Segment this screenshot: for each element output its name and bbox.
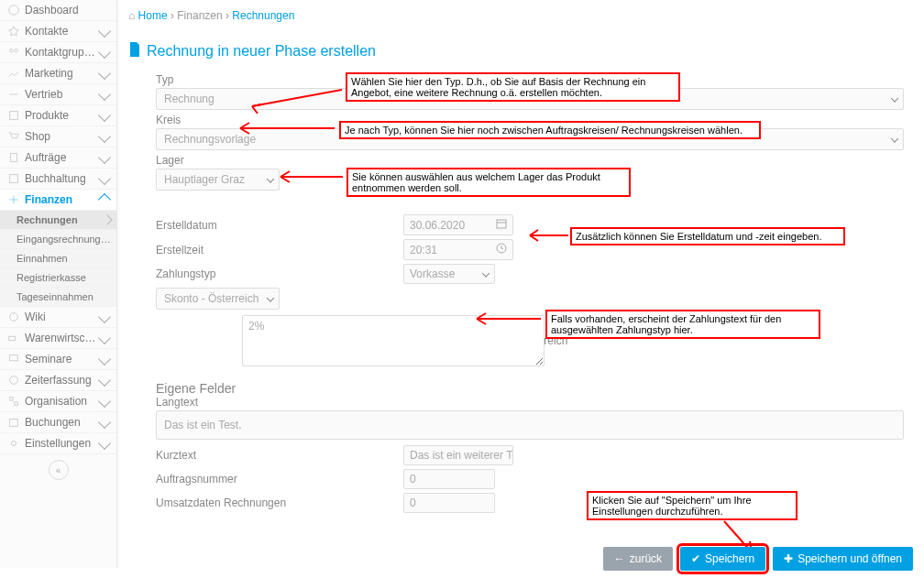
check-icon: ✔ [691, 552, 700, 565]
annotation-kreis: Je nach Typ, können Sie hier noch zwisch… [339, 121, 761, 139]
breadcrumb-sec2[interactable]: Rechnungen [232, 9, 294, 22]
svg-point-2 [15, 49, 18, 53]
svg-point-6 [10, 313, 18, 322]
org-icon [7, 395, 20, 408]
breadcrumb: ⌂ Home › Finanzen › Rechnungen [128, 9, 904, 22]
annotation-zahlungstext: Falls vorhanden, erscheint der Zahlungst… [545, 310, 820, 339]
sidebar-item-marketing[interactable]: Marketing [0, 63, 116, 84]
svg-rect-8 [10, 355, 18, 361]
arrow-icon [468, 311, 541, 330]
arrow-left-icon: ← [614, 552, 625, 565]
breadcrumb-sec1: Finanzen [177, 9, 222, 22]
truck-icon [7, 332, 20, 344]
erstellzeit-label: Erstellzeit [156, 244, 403, 256]
svg-rect-5 [10, 175, 18, 183]
handshake-icon [7, 88, 20, 101]
langtext-label: Langtext [156, 396, 904, 409]
svg-rect-10 [10, 398, 14, 401]
svg-rect-11 [15, 402, 18, 406]
sidebar-sub-rechnungen[interactable]: Rechnungen [0, 211, 116, 230]
collapse-sidebar-button[interactable]: « [49, 460, 69, 480]
kurztext-input[interactable]: Das ist ein weiterer Test [403, 445, 513, 465]
lager-label: Lager [156, 154, 904, 167]
sidebar-item-seminare[interactable]: Seminare [0, 349, 116, 370]
star-icon [7, 25, 20, 38]
gear-icon [7, 437, 20, 450]
auftragsnummer-label: Auftragsnummer [156, 473, 403, 485]
lager-select[interactable]: Hauptlager Graz [156, 169, 280, 191]
svg-point-1 [10, 49, 14, 53]
erstelldatum-input[interactable]: 30.06.2020 [403, 214, 513, 235]
back-button[interactable]: ←zurück [603, 547, 673, 568]
umsatzdaten-input[interactable]: 0 [403, 493, 495, 513]
sidebar-item-kontaktgruppen[interactable]: Kontaktgruppen [0, 42, 116, 63]
sidebar-item-auftraege[interactable]: Aufträge [0, 147, 116, 169]
clock-icon [496, 243, 507, 256]
eigene-felder-heading: Eigene Felder [156, 381, 904, 396]
sidebar-sub-registrierkasse[interactable]: Registrierkasse [0, 268, 116, 288]
arrow-icon [522, 228, 570, 246]
globe-icon [7, 311, 20, 323]
svg-point-13 [11, 441, 16, 445]
arrow-icon [241, 86, 342, 114]
erstellzeit-input[interactable]: 20:31 [403, 239, 513, 260]
sidebar-item-warenwirtschaft[interactable]: Warenwirtschaft [0, 328, 116, 349]
erstelldatum-label: Erstelldatum [156, 219, 403, 232]
langtext-input[interactable]: Das ist ein Test. [156, 410, 904, 440]
svg-rect-3 [10, 112, 18, 120]
svg-rect-4 [11, 154, 17, 162]
sidebar-sub-einnahmen[interactable]: Einnahmen [0, 249, 116, 268]
svg-line-17 [252, 90, 342, 106]
plus-icon: ✚ [784, 552, 793, 565]
zahlungstyp-label: Zahlungstyp [156, 267, 403, 280]
file-icon [128, 42, 141, 60]
kurztext-label: Kurztext [156, 449, 403, 462]
group-icon [7, 46, 20, 59]
sidebar-item-zeiterfassung[interactable]: Zeiterfassung [0, 370, 116, 391]
svg-rect-14 [497, 220, 506, 228]
sidebar-item-buchungen[interactable]: Buchungen [0, 412, 116, 433]
sidebar-sub-eingangsrechnungen[interactable]: Eingangsrechnungen [0, 230, 116, 249]
sidebar-item-einstellungen[interactable]: Einstellungen [0, 433, 116, 454]
arrow-icon [270, 169, 343, 188]
svg-point-0 [9, 5, 19, 16]
page-title: Rechnung in neuer Phase erstellen [128, 42, 904, 60]
box-icon [7, 109, 20, 122]
skonto-select[interactable]: Skonto - Österreich [156, 288, 280, 310]
breadcrumb-home[interactable]: Home [138, 9, 168, 22]
money-icon [7, 193, 20, 206]
cart-icon [7, 130, 20, 143]
sidebar-item-buchhaltung[interactable]: Buchhaltung [0, 169, 116, 190]
svg-rect-7 [9, 336, 16, 340]
annotation-datum: Zusätzlich können Sie Erstelldatum und -… [570, 227, 845, 245]
clipboard-icon [7, 151, 20, 164]
sidebar-sub-tageseinnahmen[interactable]: Tageseinnahmen [0, 288, 116, 307]
save-open-button[interactable]: ✚Speichern und öffnen [773, 547, 913, 568]
svg-point-9 [10, 376, 18, 385]
svg-rect-12 [10, 420, 18, 427]
annotation-speichern: Klicken Sie auf "Speichern" um Ihre Eins… [587, 491, 798, 520]
sidebar-item-produkte[interactable]: Produkte [0, 105, 116, 126]
sidebar: Dashboard Kontakte Kontaktgruppen Market… [0, 0, 117, 568]
sidebar-item-wiki[interactable]: Wiki [0, 307, 116, 328]
presentation-icon [7, 353, 20, 365]
save-button[interactable]: ✔Speichern [680, 547, 765, 568]
dashboard-icon [7, 4, 20, 16]
sidebar-item-finanzen[interactable]: Finanzen [0, 190, 116, 211]
sidebar-item-kontakte[interactable]: Kontakte [0, 21, 116, 42]
clock-icon-side [7, 374, 20, 387]
sidebar-item-shop[interactable]: Shop [0, 126, 116, 147]
annotation-lager: Sie können auswählen aus welchem Lager d… [346, 168, 631, 197]
arrow-icon [229, 121, 335, 139]
home-icon: ⌂ [128, 9, 135, 22]
sidebar-item-organisation[interactable]: Organisation [0, 391, 116, 412]
umsatzdaten-label: Umsatzdaten Rechnungen [156, 496, 403, 509]
chart-icon [7, 67, 20, 80]
zahlungstyp-select[interactable]: Vorkasse [403, 264, 495, 284]
annotation-typ: Wählen Sie hier den Typ. D.h., ob Sie au… [346, 72, 680, 102]
book-icon [7, 172, 20, 185]
calendar-icon [496, 218, 507, 232]
sidebar-item-vertrieb[interactable]: Vertrieb [0, 84, 116, 105]
sidebar-item-dashboard[interactable]: Dashboard [0, 0, 116, 21]
auftragsnummer-input[interactable]: 0 [403, 469, 495, 489]
